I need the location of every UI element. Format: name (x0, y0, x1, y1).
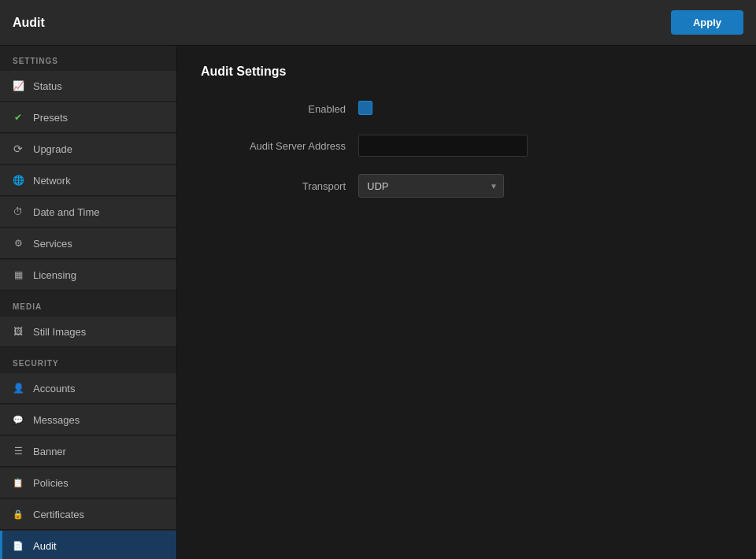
sidebar-item-network[interactable]: Network (0, 165, 176, 196)
sidebar-label-still-images: Still Images (33, 326, 86, 338)
check-icon (11, 110, 25, 124)
enabled-checkbox[interactable] (358, 101, 372, 115)
sidebar-item-presets[interactable]: Presets (0, 102, 176, 133)
sidebar-label-messages: Messages (33, 414, 80, 426)
message-icon (11, 413, 25, 427)
settings-section-label: SETTINGS (0, 46, 176, 70)
sidebar-item-messages[interactable]: Messages (0, 405, 176, 435)
policy-icon (11, 476, 25, 490)
upgrade-icon (11, 142, 25, 156)
audit-icon (11, 539, 25, 553)
sidebar-item-accounts[interactable]: Accounts (0, 373, 176, 404)
sidebar-item-date-time[interactable]: Date and Time (0, 197, 176, 228)
transport-label: Transport (201, 180, 358, 192)
transport-row: Transport UDP TCP TLS ▼ (201, 174, 732, 198)
server-address-input[interactable] (358, 135, 528, 157)
sidebar-item-licensing[interactable]: Licensing (0, 260, 176, 291)
sidebar: SETTINGS Status Presets Upgrade Network … (0, 46, 177, 559)
sidebar-label-accounts: Accounts (33, 383, 75, 394)
sidebar-label-status: Status (33, 80, 62, 92)
image-icon (11, 324, 25, 339)
sidebar-label-presets: Presets (33, 112, 68, 124)
banner-icon (11, 444, 25, 458)
sidebar-item-policies[interactable]: Policies (0, 468, 176, 498)
transport-select-wrap: UDP TCP TLS ▼ (358, 174, 504, 198)
enabled-label: Enabled (201, 103, 358, 115)
sidebar-item-audit[interactable]: Audit (0, 531, 176, 559)
sidebar-label-date-time: Date and Time (33, 206, 100, 218)
server-address-input-wrap (358, 135, 528, 157)
transport-select[interactable]: UDP TCP TLS (358, 174, 504, 198)
sidebar-item-upgrade[interactable]: Upgrade (0, 134, 176, 165)
sidebar-label-upgrade: Upgrade (33, 143, 72, 155)
sidebar-label-policies: Policies (33, 477, 69, 489)
apply-button[interactable]: Apply (671, 10, 743, 35)
gear-icon (11, 236, 25, 250)
sidebar-item-services[interactable]: Services (0, 228, 176, 259)
audit-settings-title: Audit Settings (201, 65, 732, 79)
sidebar-item-status[interactable]: Status (0, 71, 176, 102)
sidebar-item-certificates[interactable]: Certificates (0, 499, 176, 530)
license-icon (11, 268, 25, 282)
sidebar-label-certificates: Certificates (33, 509, 84, 520)
sidebar-label-licensing: Licensing (33, 269, 76, 281)
main-content: Audit Settings Enabled Audit Server Addr… (177, 46, 756, 559)
server-address-label: Audit Server Address (201, 140, 358, 152)
sidebar-label-network: Network (33, 175, 71, 187)
clock-icon (11, 205, 25, 219)
sidebar-item-still-images[interactable]: Still Images (0, 317, 176, 347)
page-title: Audit (13, 16, 45, 30)
sidebar-label-audit: Audit (33, 540, 57, 552)
sidebar-label-banner: Banner (33, 446, 66, 457)
user-icon (11, 381, 25, 395)
enabled-row: Enabled (201, 101, 732, 117)
enabled-checkbox-wrap (358, 101, 372, 117)
cert-icon (11, 507, 25, 521)
server-address-row: Audit Server Address (201, 135, 732, 157)
security-section-label: SECURITY (0, 348, 176, 372)
media-section-label: MEDIA (0, 291, 176, 316)
chart-icon (11, 79, 25, 93)
sidebar-label-services: Services (33, 238, 72, 250)
layout: SETTINGS Status Presets Upgrade Network … (0, 46, 756, 559)
sidebar-item-banner[interactable]: Banner (0, 436, 176, 467)
header: Audit Apply (0, 0, 756, 46)
globe-icon (11, 173, 25, 187)
